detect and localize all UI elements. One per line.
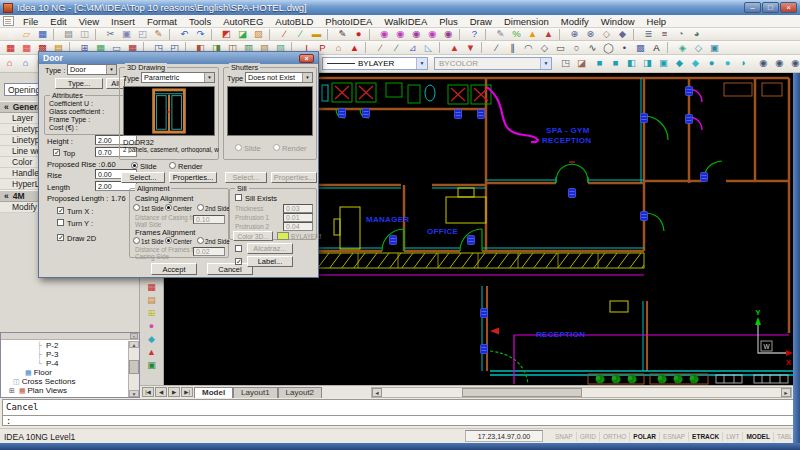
color-combo[interactable]: BYCOLOR ▼ xyxy=(434,57,552,70)
shutters-select-button[interactable]: Select... xyxy=(225,172,267,183)
status-toggle[interactable]: SNAP xyxy=(552,432,577,441)
toolbar-icon[interactable]: ∕ xyxy=(389,42,404,54)
titlebar[interactable]: Idea 10 NG - [C:\4M\IDEA\Top 10 reasons\… xyxy=(0,0,800,15)
toolbar-icon[interactable]: ⌂ xyxy=(331,42,346,54)
chevron-down-icon[interactable]: ▼ xyxy=(540,58,551,69)
toolbar-icon[interactable] xyxy=(53,29,58,40)
toolbar-icon[interactable] xyxy=(211,29,216,40)
sill-protrusion2-field[interactable] xyxy=(283,222,313,231)
menu-item[interactable]: AutoBLD xyxy=(269,16,319,27)
toolbar-icon[interactable]: ◉ xyxy=(409,28,424,40)
toolbar-icon[interactable]: ◇ xyxy=(599,28,614,40)
caption-button[interactable]: × xyxy=(780,2,797,13)
toolbar-icon[interactable]: ▦ xyxy=(145,282,159,293)
dist-casing-field[interactable] xyxy=(193,215,225,224)
toolbar-icon[interactable]: ⌂ xyxy=(2,57,17,69)
layout-tab[interactable]: Layout2 xyxy=(278,387,322,398)
turn-y-checkbox[interactable] xyxy=(57,219,64,226)
dialog-close-button[interactable]: × xyxy=(299,54,314,63)
toolbar-icon[interactable]: ⌂ xyxy=(18,57,33,69)
tree-item[interactable]: └P-4 xyxy=(1,359,128,368)
toolbar-icon[interactable]: ▣ xyxy=(119,28,134,40)
zoom-icon[interactable]: ◉ xyxy=(756,57,771,69)
menu-item[interactable]: Insert xyxy=(105,16,141,27)
toolbar-icon[interactable]: ◈ xyxy=(675,42,690,54)
view-3d-icon[interactable]: ◆ xyxy=(672,57,687,69)
close-icon[interactable]: × xyxy=(130,333,138,339)
toolbar-icon[interactable]: ▬ xyxy=(309,28,324,40)
status-toggle[interactable]: MODEL xyxy=(743,432,773,441)
toolbar-icon[interactable]: ∿ xyxy=(585,42,600,54)
toolbar-icon[interactable]: ● xyxy=(351,28,366,40)
chevron-down-icon[interactable]: ▼ xyxy=(416,58,427,69)
toolbar-icon[interactable]: ◩ xyxy=(219,28,234,40)
view-3d-icon[interactable]: ◧ xyxy=(624,57,639,69)
status-toggle[interactable]: LWT xyxy=(723,432,743,441)
toolbar-icon[interactable] xyxy=(369,29,374,40)
tree-item[interactable]: ├P-3 xyxy=(1,350,128,359)
toolbar-icon[interactable]: ◯ xyxy=(601,42,616,54)
menu-item[interactable]: Modify xyxy=(555,16,595,27)
sill-protrusion1-field[interactable] xyxy=(283,213,313,222)
tab-nav-button[interactable]: ◀ xyxy=(155,387,167,397)
toolbar-icon[interactable]: ↷ xyxy=(193,28,208,40)
menu-item[interactable]: View xyxy=(73,16,105,27)
toolbar-icon[interactable] xyxy=(459,29,464,40)
shutters-type-combo[interactable]: Does not Exist ▼ xyxy=(245,72,313,83)
toolbar-icon[interactable]: ◉ xyxy=(441,28,456,40)
toolbar-icon[interactable] xyxy=(633,29,638,40)
sill-color-swatch[interactable] xyxy=(277,232,289,240)
command-input[interactable]: : xyxy=(2,415,798,426)
dist-frames-field[interactable] xyxy=(193,247,225,256)
toolbar-icon[interactable]: ◇ xyxy=(691,42,706,54)
toolbar-icon[interactable]: ▤ xyxy=(145,295,159,306)
toolbar-icon[interactable]: ▩ xyxy=(633,42,648,54)
menu-item[interactable]: WalkIDEA xyxy=(378,16,433,27)
toolbar-icon[interactable]: ◔ xyxy=(673,28,688,40)
toolbar-icon[interactable]: ▨ xyxy=(251,28,266,40)
turn-x-checkbox[interactable] xyxy=(57,207,64,214)
accept-button[interactable]: Accept xyxy=(151,263,197,275)
toolbar-icon[interactable]: ▯ xyxy=(3,28,18,40)
toolbar-icon[interactable]: ✎ xyxy=(493,28,508,40)
view-3d-icon[interactable]: ■ xyxy=(608,57,623,69)
toolbar-icon[interactable] xyxy=(269,29,274,40)
status-toggle[interactable]: POLAR xyxy=(630,432,660,441)
tree-scrollbar[interactable]: ▲ ▼ xyxy=(128,341,139,397)
toolbar-icon[interactable]: ↶ xyxy=(177,28,192,40)
collapse-chevron-icon[interactable]: « xyxy=(4,102,9,112)
menu-item[interactable]: AutoREG xyxy=(217,16,269,27)
toolbar-icon[interactable]: ▼ xyxy=(463,42,478,54)
frames-1st-radio[interactable] xyxy=(133,237,140,244)
alcatraz-button[interactable]: Alcatraz... xyxy=(247,243,293,254)
menu-item[interactable]: Window xyxy=(595,16,641,27)
toolbar-icon[interactable]: ● xyxy=(145,321,159,332)
tab-nav-button[interactable]: |◀ xyxy=(142,387,154,397)
toolbar-icon[interactable] xyxy=(439,42,444,53)
menu-item[interactable]: Tools xyxy=(183,16,217,27)
toolbar-icon[interactable]: • xyxy=(617,42,632,54)
toolbar-icon[interactable]: ✎ xyxy=(151,28,166,40)
status-toggle[interactable]: ORTHO xyxy=(600,432,630,441)
toolbar-icon[interactable]: ? xyxy=(467,28,482,40)
menu-item[interactable]: PhotoIDEA xyxy=(319,16,378,27)
toolbar-icon[interactable]: A xyxy=(649,42,664,54)
dialog-titlebar[interactable]: Door × xyxy=(39,52,318,64)
toolbar-icon[interactable]: ◫ xyxy=(77,28,92,40)
toolbar-icon[interactable]: ⊗ xyxy=(583,28,598,40)
toolbar-icon[interactable]: ∥ xyxy=(505,42,520,54)
shutters-slide-radio[interactable] xyxy=(235,144,242,151)
tree-item[interactable]: ├P-2 xyxy=(1,341,128,350)
view-3d-icon[interactable]: ◨ xyxy=(640,57,655,69)
menu-item[interactable]: Draw xyxy=(464,16,498,27)
toolbar-icon[interactable]: ⊕ xyxy=(567,28,582,40)
toolbar-icon[interactable]: ◆ xyxy=(145,334,159,345)
toolbar-icon[interactable] xyxy=(559,29,564,40)
toolbar-icon[interactable] xyxy=(481,42,486,53)
sill-exists-checkbox[interactable] xyxy=(235,194,242,201)
view-3d-icon[interactable]: ▣ xyxy=(656,57,671,69)
toolbar-icon[interactable]: ≡ xyxy=(657,28,672,40)
toolbar-icon[interactable]: ◪ xyxy=(574,57,589,69)
toolbar-icon[interactable]: ⊿ xyxy=(405,42,420,54)
horizontal-scrollbar[interactable]: ◄ ► xyxy=(371,387,792,398)
